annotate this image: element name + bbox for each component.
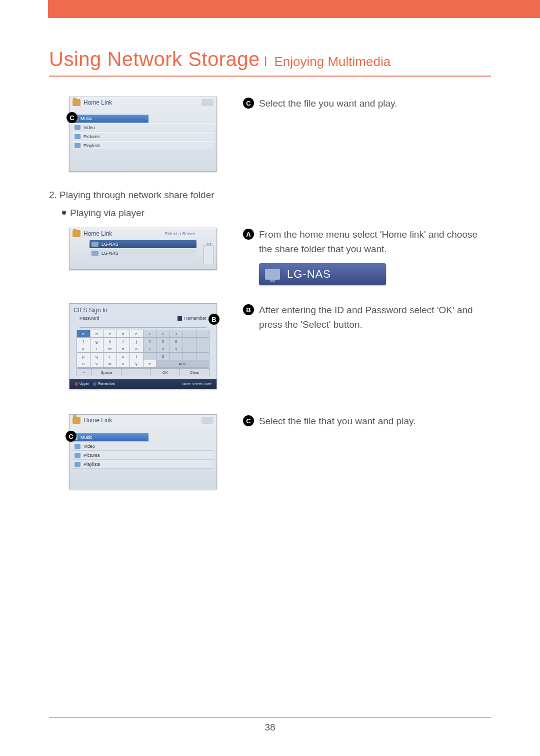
folder-icon	[72, 417, 80, 424]
arrow-icon	[202, 417, 214, 424]
header-orange-bar	[0, 0, 540, 18]
callout-c-icon: C	[243, 98, 254, 109]
callout-b-icon: B	[208, 314, 220, 325]
callout-c-icon: C	[243, 415, 254, 426]
title-main: Using Network Storage	[49, 48, 260, 70]
list-item: Pictures	[72, 451, 214, 460]
callout-b-icon: B	[243, 304, 254, 315]
callout-c-icon: C	[66, 112, 78, 123]
list-item: Pictures	[72, 132, 214, 141]
list-item: Playlists	[72, 460, 214, 469]
page-footer: 38	[49, 717, 491, 733]
callout-c-icon: C	[66, 431, 76, 442]
monitor-icon	[265, 269, 280, 280]
row-step-b: CIFS Sign In B Password Remember abcde12…	[49, 303, 491, 389]
keyboard-bottom-row: ← Space OK Clear	[76, 368, 210, 376]
folder-icon	[72, 99, 80, 106]
shot-title: Home Link	[84, 230, 112, 237]
row-step-c-top: Home Link C Music Video Pictures Playlis…	[49, 97, 491, 172]
section-2-heading: 2. Playing through network share folder	[49, 190, 491, 201]
bullet-icon	[62, 211, 66, 215]
cifs-footer: UpperRemember Move Select Close	[70, 379, 216, 389]
title-separator: l	[264, 54, 267, 69]
shot-subtitle: Select a Server	[164, 231, 196, 236]
screenshot-select-server: Home Link Select a Server 1/2 LG-NAS LG-…	[69, 228, 217, 270]
list-item: Playlists	[72, 141, 214, 150]
title-sub: Enjoying Multimedia	[274, 54, 390, 69]
step-c-bottom-text: Select the file that you want and play.	[259, 414, 416, 429]
cifs-title: CIFS Sign In	[70, 304, 216, 315]
list-item: Music	[70, 433, 148, 442]
arrow-icon	[202, 99, 214, 106]
step-c-top-text: Select the file you want and play.	[259, 97, 397, 111]
remember-checkbox: Remember	[178, 316, 206, 321]
list-item: Music	[70, 114, 148, 123]
screenshot-home-link-2: Home Link C Music Video Pictures Playlis…	[69, 414, 217, 489]
list-item: Video	[72, 442, 214, 451]
server-row: LG-NAS	[90, 249, 196, 257]
step-a-text: From the home menu select 'Home link' an…	[259, 228, 491, 256]
shot-title: Home Link	[84, 99, 112, 106]
server-row: LG-NAS	[90, 240, 196, 248]
list-item: Video	[72, 123, 214, 132]
row-step-a: Home Link Select a Server 1/2 LG-NAS LG-…	[49, 228, 491, 285]
page-number: 38	[264, 722, 275, 732]
password-label: Password	[80, 316, 110, 321]
shot-title: Home Link	[84, 417, 112, 424]
page-content: Using Network Storage l Enjoying Multime…	[0, 18, 540, 489]
onscreen-keyboard: abcde123 fghij456 klmno789 pqrst-0= uvwx…	[76, 330, 210, 368]
page-title: Using Network Storage l Enjoying Multime…	[49, 48, 491, 77]
scrollbar	[204, 245, 214, 265]
lg-nas-label: LG-NAS	[287, 268, 331, 281]
bullet-playing-via-player: Playing via player	[62, 208, 491, 219]
callout-a-icon: A	[243, 229, 254, 240]
row-step-c-bottom: Home Link C Music Video Pictures Playlis…	[49, 414, 491, 489]
lg-nas-badge: LG-NAS	[259, 263, 386, 285]
step-b-text: After entering the ID and Password selec…	[259, 303, 491, 332]
folder-icon	[72, 230, 80, 237]
screenshot-cifs-signin: CIFS Sign In B Password Remember abcde12…	[69, 303, 217, 389]
screenshot-home-link-1: Home Link C Music Video Pictures Playlis…	[69, 97, 217, 172]
